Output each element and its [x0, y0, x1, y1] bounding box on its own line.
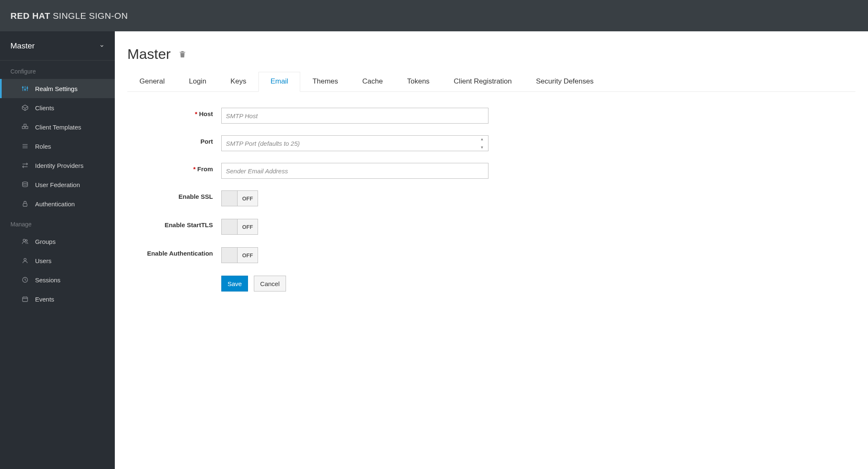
port-label: Port [127, 135, 221, 145]
tab-login[interactable]: Login [177, 72, 218, 92]
nav-section-manage: Manage [0, 213, 115, 232]
enable-ssl-label: Enable SSL [127, 190, 221, 200]
svg-point-20 [24, 259, 26, 261]
host-input[interactable] [221, 108, 488, 124]
chevron-up-icon: ▲ [480, 137, 486, 141]
save-button[interactable]: Save [221, 276, 248, 292]
sidebar-item-events[interactable]: Events [0, 289, 115, 309]
sidebar-item-clients[interactable]: Clients [0, 98, 115, 117]
svg-rect-22 [23, 297, 28, 302]
users-icon [20, 238, 30, 245]
cubes-icon [20, 124, 30, 130]
toggle-slot [222, 219, 238, 234]
chevron-down-icon [99, 43, 104, 48]
svg-point-19 [25, 240, 27, 241]
sidebar-item-authentication[interactable]: Authentication [0, 194, 115, 213]
toggle-state-label: OFF [238, 191, 258, 206]
sidebar-item-client-templates[interactable]: Client Templates [0, 117, 115, 137]
sidebar: Master Configure Realm Settings Clients … [0, 31, 115, 469]
svg-point-3 [22, 87, 23, 88]
host-label: *Host [127, 108, 221, 117]
tab-email[interactable]: Email [258, 72, 301, 92]
tab-security-defenses[interactable]: Security Defenses [524, 72, 606, 92]
tab-themes[interactable]: Themes [300, 72, 350, 92]
sidebar-item-identity-providers[interactable]: Identity Providers [0, 156, 115, 175]
tabs: General Login Keys Email Themes Cache To… [127, 71, 855, 92]
sidebar-item-users[interactable]: Users [0, 251, 115, 270]
toggle-state-label: OFF [238, 248, 258, 263]
svg-rect-17 [23, 203, 27, 206]
port-input[interactable] [221, 135, 488, 151]
chevron-down-icon: ▼ [480, 145, 486, 150]
from-input[interactable] [221, 163, 488, 179]
nav-section-configure: Configure [0, 61, 115, 79]
sidebar-item-sessions[interactable]: Sessions [0, 270, 115, 289]
sidebar-item-user-federation[interactable]: User Federation [0, 175, 115, 194]
sidebar-item-groups[interactable]: Groups [0, 232, 115, 251]
tab-general[interactable]: General [127, 72, 177, 92]
list-icon [20, 143, 30, 150]
number-stepper[interactable]: ▲ ▼ [480, 137, 486, 150]
page-title-row: Master [127, 46, 855, 62]
svg-point-18 [23, 239, 25, 241]
trash-icon[interactable] [178, 50, 187, 58]
sidebar-item-realm-settings[interactable]: Realm Settings [0, 79, 115, 98]
calendar-icon [20, 296, 30, 302]
page-title: Master [127, 46, 171, 62]
tab-tokens[interactable]: Tokens [395, 72, 442, 92]
toggle-slot [222, 248, 238, 263]
exchange-icon [20, 162, 30, 169]
realm-selector[interactable]: Master [0, 31, 115, 61]
main-content: Master General Login Keys Email Themes C… [115, 31, 868, 469]
cancel-button[interactable]: Cancel [254, 276, 286, 292]
svg-rect-10 [24, 124, 26, 126]
database-icon [20, 181, 30, 188]
toggle-state-label: OFF [238, 219, 258, 234]
svg-point-16 [23, 182, 28, 183]
brand-rest: SINGLE SIGN-ON [50, 11, 128, 20]
enable-ssl-toggle[interactable]: OFF [221, 190, 258, 206]
enable-auth-toggle[interactable]: OFF [221, 247, 258, 263]
form-actions: Save Cancel [221, 276, 855, 292]
svg-point-5 [27, 87, 28, 89]
from-label: *From [127, 163, 221, 172]
sliders-icon [20, 85, 30, 92]
tab-cache[interactable]: Cache [350, 72, 395, 92]
enable-auth-label: Enable Authentication [127, 247, 221, 257]
svg-rect-9 [25, 127, 28, 129]
svg-rect-8 [22, 127, 24, 129]
lock-icon [20, 200, 30, 207]
realm-selector-label: Master [10, 41, 35, 51]
sidebar-item-roles[interactable]: Roles [0, 137, 115, 156]
tab-keys[interactable]: Keys [218, 72, 258, 92]
toggle-slot [222, 191, 238, 206]
user-icon [20, 257, 30, 264]
brand: RED HAT SINGLE SIGN-ON [10, 11, 128, 21]
email-settings-form: *Host Port ▲ ▼ *From [127, 108, 855, 292]
topbar: RED HAT SINGLE SIGN-ON [0, 0, 868, 31]
tab-client-registration[interactable]: Client Registration [442, 72, 524, 92]
enable-starttls-toggle[interactable]: OFF [221, 219, 258, 235]
brand-bold: RED HAT [10, 11, 50, 20]
clock-icon [20, 276, 30, 283]
cube-icon [20, 104, 30, 111]
svg-point-4 [25, 89, 26, 90]
enable-starttls-label: Enable StartTLS [127, 219, 221, 228]
